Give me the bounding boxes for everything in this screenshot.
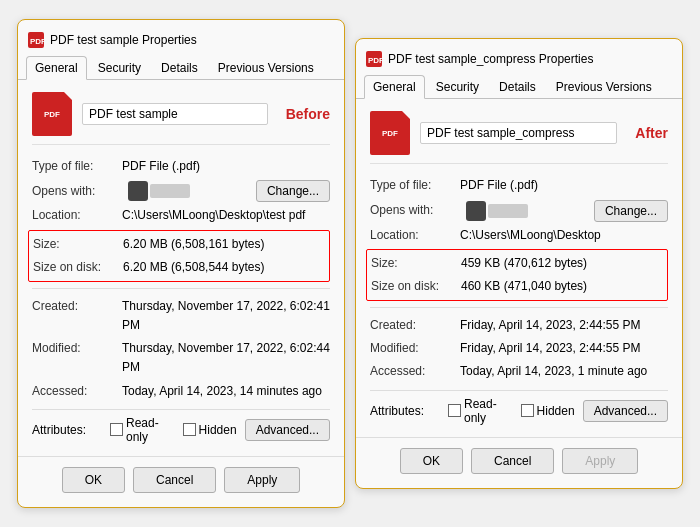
file-name-input-after[interactable] — [420, 122, 617, 144]
size-row-before: Size: 6.20 MB (6,508,161 bytes) — [33, 233, 325, 256]
change-button-after[interactable]: Change... — [594, 200, 668, 222]
pdf-title-icon-after: PDF — [366, 51, 382, 67]
hidden-label-before: Hidden — [199, 423, 237, 437]
created-label-after: Created: — [370, 316, 460, 335]
after-dialog: PDF PDF test sample_compress Properties … — [355, 38, 683, 488]
size-on-disk-value-before: 6.20 MB (6,508,544 bytes) — [123, 258, 325, 277]
location-label-after: Location: — [370, 226, 460, 245]
readonly-checkbox-after[interactable]: Read-only — [448, 397, 513, 425]
ok-button-after[interactable]: OK — [400, 448, 463, 474]
apply-button-before[interactable]: Apply — [224, 467, 300, 493]
accessed-value-after: Today, April 14, 2023, 1 minute ago — [460, 362, 668, 381]
tab-security-before[interactable]: Security — [89, 56, 150, 79]
separator-before — [32, 288, 330, 289]
advanced-button-after[interactable]: Advanced... — [583, 400, 668, 422]
hidden-checkbox-box-before[interactable] — [183, 423, 196, 436]
ok-button-before[interactable]: OK — [62, 467, 125, 493]
location-row-after: Location: C:\Users\MLoong\Desktop — [370, 224, 668, 247]
before-label: Before — [286, 106, 330, 122]
tab-general-before[interactable]: General — [26, 56, 87, 80]
size-on-disk-label-before: Size on disk: — [33, 258, 123, 277]
opens-with-icons-after — [466, 201, 528, 221]
size-row-after: Size: 459 KB (470,612 bytes) — [371, 252, 663, 275]
tab-general-after[interactable]: General — [364, 75, 425, 99]
tab-details-before[interactable]: Details — [152, 56, 207, 79]
readonly-label-after: Read-only — [464, 397, 513, 425]
tab-bar-after: General Security Details Previous Versio… — [356, 75, 682, 99]
svg-text:PDF: PDF — [30, 37, 44, 46]
readonly-checkbox-box-after[interactable] — [448, 404, 461, 417]
location-value-before: C:\Users\MLoong\Desktop\test pdf — [122, 206, 330, 225]
separator2-after — [370, 390, 668, 391]
hidden-checkbox-box-after[interactable] — [521, 404, 534, 417]
content-after: PDF After Type of file: PDF File (.pdf) … — [356, 107, 682, 428]
content-before: PDF Before Type of file: PDF File (.pdf)… — [18, 88, 344, 448]
accessed-label-after: Accessed: — [370, 362, 460, 381]
cancel-button-before[interactable]: Cancel — [133, 467, 216, 493]
size-label-before: Size: — [33, 235, 123, 254]
pdf-icon-before: PDF — [32, 92, 72, 136]
tab-previous-versions-after[interactable]: Previous Versions — [547, 75, 661, 98]
readonly-checkbox-before[interactable]: Read-only — [110, 416, 175, 444]
modified-row-after: Modified: Friday, April 14, 2023, 2:44:5… — [370, 337, 668, 360]
after-window-title: PDF test sample_compress Properties — [388, 52, 593, 66]
created-value-after: Friday, April 14, 2023, 2:44:55 PM — [460, 316, 668, 335]
location-value-after: C:\Users\MLoong\Desktop — [460, 226, 668, 245]
size-on-disk-label-after: Size on disk: — [371, 277, 461, 296]
location-row-before: Location: C:\Users\MLoong\Desktop\test p… — [32, 204, 330, 227]
type-of-file-label-before: Type of file: — [32, 157, 122, 176]
file-name-input-before[interactable] — [82, 103, 268, 125]
svg-text:PDF: PDF — [368, 56, 382, 65]
size-value-before: 6.20 MB (6,508,161 bytes) — [123, 235, 325, 254]
tab-previous-versions-before[interactable]: Previous Versions — [209, 56, 323, 79]
accessed-row-before: Accessed: Today, April 14, 2023, 14 minu… — [32, 380, 330, 403]
accessed-label-before: Accessed: — [32, 382, 122, 401]
created-row-after: Created: Friday, April 14, 2023, 2:44:55… — [370, 314, 668, 337]
app-name-bar-after — [488, 204, 528, 218]
title-bar-before: PDF PDF test sample Properties — [18, 30, 344, 56]
attributes-label-before: Attributes: — [32, 423, 102, 437]
pdf-icon-after: PDF — [370, 111, 410, 155]
attributes-row-before: Attributes: Read-only Hidden Advanced... — [32, 416, 330, 444]
tab-details-after[interactable]: Details — [490, 75, 545, 98]
readonly-checkbox-box-before[interactable] — [110, 423, 123, 436]
readonly-label-before: Read-only — [126, 416, 175, 444]
modified-label-before: Modified: — [32, 339, 122, 377]
apply-button-after[interactable]: Apply — [562, 448, 638, 474]
advanced-button-before[interactable]: Advanced... — [245, 419, 330, 441]
before-window-title: PDF test sample Properties — [50, 33, 197, 47]
size-highlight-after: Size: 459 KB (470,612 bytes) Size on dis… — [366, 249, 668, 301]
type-of-file-row-before: Type of file: PDF File (.pdf) — [32, 155, 330, 178]
before-dialog: PDF PDF test sample Properties General S… — [17, 19, 345, 508]
hidden-checkbox-after[interactable]: Hidden — [521, 404, 575, 418]
modified-value-before: Thursday, November 17, 2022, 6:02:44 PM — [122, 339, 330, 377]
accessed-value-before: Today, April 14, 2023, 14 minutes ago — [122, 382, 330, 401]
file-header-before: PDF Before — [32, 92, 330, 145]
hidden-checkbox-before[interactable]: Hidden — [183, 423, 237, 437]
app-icon-after — [466, 201, 486, 221]
pdf-title-icon: PDF — [28, 32, 44, 48]
separator-after — [370, 307, 668, 308]
after-label: After — [635, 125, 668, 141]
attributes-label-after: Attributes: — [370, 404, 440, 418]
opens-with-row-before: Opens with: Change... — [32, 178, 330, 204]
tab-security-after[interactable]: Security — [427, 75, 488, 98]
modified-value-after: Friday, April 14, 2023, 2:44:55 PM — [460, 339, 668, 358]
file-header-after: PDF After — [370, 111, 668, 164]
title-bar-after: PDF PDF test sample_compress Properties — [356, 49, 682, 75]
size-highlight-before: Size: 6.20 MB (6,508,161 bytes) Size on … — [28, 230, 330, 282]
type-of-file-row-after: Type of file: PDF File (.pdf) — [370, 174, 668, 197]
size-label-after: Size: — [371, 254, 461, 273]
created-value-before: Thursday, November 17, 2022, 6:02:41 PM — [122, 297, 330, 335]
cancel-button-after[interactable]: Cancel — [471, 448, 554, 474]
opens-with-label-before: Opens with: — [32, 182, 122, 201]
hidden-label-after: Hidden — [537, 404, 575, 418]
opens-with-icons-before — [128, 181, 190, 201]
created-label-before: Created: — [32, 297, 122, 335]
attributes-row-after: Attributes: Read-only Hidden Advanced... — [370, 397, 668, 425]
opens-with-label-after: Opens with: — [370, 201, 460, 220]
modified-row-before: Modified: Thursday, November 17, 2022, 6… — [32, 337, 330, 379]
type-of-file-label-after: Type of file: — [370, 176, 460, 195]
change-button-before[interactable]: Change... — [256, 180, 330, 202]
app-name-bar-before — [150, 184, 190, 198]
